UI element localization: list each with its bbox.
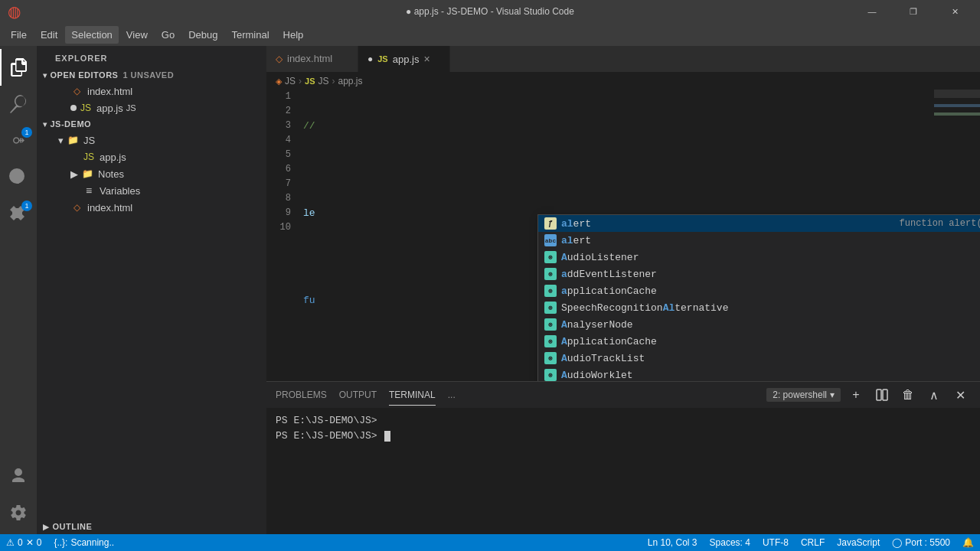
line-num-8: 8: [266, 191, 291, 206]
activity-accounts[interactable]: [0, 458, 37, 494]
sidebar-item-appjs-open[interactable]: JS app.js JS: [37, 99, 266, 116]
status-scanning[interactable]: {..}: Scanning..: [47, 534, 120, 551]
status-ln-col[interactable]: Ln 10, Col 3: [642, 534, 704, 551]
chevron-icon: ▾: [43, 71, 47, 80]
menu-debug[interactable]: Debug: [182, 26, 224, 44]
status-port[interactable]: ◯ Port : 5500: [886, 534, 956, 551]
cls-icon: ⊛: [544, 369, 557, 381]
autocomplete-dropdown[interactable]: ƒ alert function alert(messag… abc alert…: [537, 214, 980, 381]
tab-index-html[interactable]: ◇ index.html: [266, 46, 358, 72]
status-errors[interactable]: ⚠ 0 ✕ 0: [0, 534, 47, 551]
sidebar: EXPLORER ▾ OPEN EDITORS 1 UNSAVED ◇ inde…: [37, 46, 266, 534]
js-demo-header[interactable]: ▾ JS-DEMO: [37, 116, 266, 132]
terminal-selector[interactable]: 2: powershell ▾: [766, 388, 841, 402]
outline-header[interactable]: ▶ OUTLINE: [37, 519, 266, 534]
autocomplete-item-applicationcache[interactable]: ⊛ applicationCache: [538, 282, 980, 299]
spaces-label: Spaces: 4: [710, 537, 750, 548]
minimize-button[interactable]: —: [854, 0, 890, 23]
terminal-close-button[interactable]: ✕: [949, 384, 971, 406]
breadcrumb-js[interactable]: JS: [285, 76, 296, 86]
menu-edit[interactable]: Edit: [34, 26, 64, 44]
activity-extensions[interactable]: 1: [0, 196, 37, 233]
autocomplete-label: AnalyserNode: [561, 319, 980, 331]
cls-icon: ⊛: [544, 268, 557, 280]
title-bar-left: ◍: [8, 2, 24, 21]
svg-rect-0: [877, 390, 881, 400]
status-eol[interactable]: CRLF: [795, 534, 831, 551]
autocomplete-item-analysernode[interactable]: ⊛ AnalyserNode: [538, 316, 980, 333]
warning-icon: ⚠: [6, 537, 15, 548]
autocomplete-item-audiotracklist[interactable]: ⊛ AudioTrackList: [538, 350, 980, 367]
activity-bar: ⚩ 1 1: [0, 46, 37, 534]
status-notifications[interactable]: 🔔: [956, 534, 980, 551]
close-button[interactable]: ✕: [937, 0, 972, 23]
breadcrumb-js2[interactable]: JS: [318, 76, 328, 86]
restore-button[interactable]: ❐: [896, 0, 931, 23]
breadcrumb-sep2: ›: [332, 76, 335, 86]
code-line-2: [303, 162, 934, 177]
sidebar-item-label: app.js: [100, 152, 126, 163]
add-terminal-button[interactable]: +: [845, 384, 867, 406]
cls-icon: ⊛: [544, 352, 557, 364]
menu-selection[interactable]: Selection: [65, 26, 118, 44]
menu-file[interactable]: File: [5, 26, 33, 44]
sidebar-item-variables[interactable]: ≡ Variables: [37, 182, 266, 199]
activity-source-control[interactable]: ⚩ 1: [0, 122, 37, 159]
sidebar-item-label: app.js: [96, 103, 123, 114]
chevron-icon: ▾: [43, 120, 47, 129]
activity-debug[interactable]: [0, 159, 37, 196]
autocomplete-label: AudioTrackList: [561, 353, 980, 364]
delete-terminal-button[interactable]: 🗑: [897, 384, 919, 406]
status-spaces[interactable]: Spaces: 4: [704, 534, 756, 551]
autocomplete-label: ApplicationCache: [561, 336, 980, 347]
autocomplete-item-audiolistener[interactable]: ⊛ AudioListener: [538, 249, 980, 266]
autocomplete-item-applicationcache2[interactable]: ⊛ ApplicationCache: [538, 333, 980, 350]
activity-search[interactable]: [0, 86, 37, 122]
outline-section: ▶ OUTLINE: [37, 519, 266, 534]
status-encoding[interactable]: UTF-8: [756, 534, 795, 551]
tab-problems[interactable]: PROBLEMS: [276, 385, 327, 405]
autocomplete-item-speechrecogalternative[interactable]: ⊛ SpeechRecognitionAlternative: [538, 299, 980, 316]
open-editors-header[interactable]: ▾ OPEN EDITORS 1 UNSAVED: [37, 67, 266, 83]
code-editor[interactable]: 1 2 3 4 5 6 7 8 9 10 // le: [266, 90, 980, 381]
activity-explorer[interactable]: [0, 49, 37, 86]
js-icon: JS: [377, 54, 387, 64]
menu-go[interactable]: Go: [155, 26, 181, 44]
terminal-cursor: [384, 431, 390, 442]
tab-more[interactable]: ...: [448, 385, 456, 405]
autocomplete-item-alert-abc[interactable]: abc alert: [538, 232, 980, 249]
unsaved-badge: 1 UNSAVED: [122, 70, 174, 80]
tab-appjs[interactable]: ● JS app.js ×: [358, 46, 450, 72]
split-terminal-button[interactable]: [871, 384, 893, 406]
tab-output[interactable]: OUTPUT: [339, 385, 377, 405]
line-num-9: 9: [266, 206, 291, 220]
menu-help[interactable]: Help: [277, 26, 310, 44]
sidebar-item-appjs[interactable]: JS app.js: [37, 148, 266, 165]
close-tab-icon[interactable]: ×: [423, 53, 430, 65]
autocomplete-item-addeventlistener[interactable]: ⊛ addEventListener: [538, 266, 980, 282]
menu-view[interactable]: View: [120, 26, 154, 44]
autocomplete-item-audioworklet[interactable]: ⊛ AudioWorklet: [538, 367, 980, 381]
terminal-content[interactable]: PS E:\JS-DEMO\JS> PS E:\JS-DEMO\JS>: [266, 409, 980, 534]
sidebar-item-index-html[interactable]: ◇ index.html: [37, 83, 266, 99]
terminal-prompt: PS E:\JS-DEMO\JS>: [276, 413, 377, 429]
sidebar-item-js-folder[interactable]: ▾ 📁 JS: [37, 132, 266, 148]
autocomplete-label: AudioListener: [561, 252, 980, 263]
language-label: JavaScript: [837, 537, 880, 548]
tab-terminal[interactable]: TERMINAL: [389, 385, 436, 406]
terminal-up-button[interactable]: ∧: [923, 384, 945, 406]
sidebar-item-label: index.html: [87, 202, 132, 214]
status-language[interactable]: JavaScript: [831, 534, 886, 551]
breadcrumb-appjs[interactable]: app.js: [338, 76, 363, 86]
title-bar: ◍ ● app.js - JS-DEMO - Visual Studio Cod…: [0, 0, 980, 23]
sidebar-item-notes[interactable]: ▶ 📁 Notes: [37, 165, 266, 182]
activity-settings[interactable]: [0, 494, 37, 531]
vscode-icon: ◍: [8, 2, 21, 21]
cls-icon: ⊛: [544, 318, 557, 331]
status-bar-left: ⚠ 0 ✕ 0 {..}: Scanning..: [0, 534, 120, 551]
line-num-3: 3: [266, 119, 291, 133]
autocomplete-item-alert-fn[interactable]: ƒ alert function alert(messag…: [538, 215, 980, 232]
menu-terminal[interactable]: Terminal: [225, 26, 275, 44]
code-line-1: //: [303, 119, 934, 133]
sidebar-item-index-html-2[interactable]: ◇ index.html: [37, 199, 266, 216]
